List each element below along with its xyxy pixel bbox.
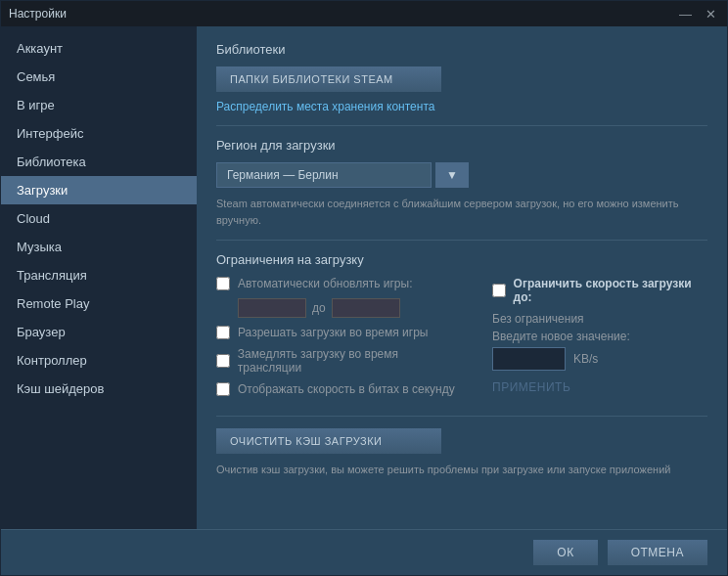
show-speed-bits-row: Отображать скорость в битах в секунду — [216, 382, 463, 396]
to-label: до — [312, 301, 326, 315]
apply-button[interactable]: ПРИМЕНИТЬ — [492, 380, 570, 394]
allow-while-playing-label: Разрешать загрузки во время игры — [238, 326, 428, 339]
kb-unit: KB/s — [573, 352, 598, 366]
sidebar-item-music[interactable]: Музыка — [1, 233, 197, 261]
no-limit-text: Без ограничения — [492, 312, 707, 326]
show-speed-bits-label: Отображать скорость в битах в секунду — [238, 382, 455, 396]
region-section: Регион для загрузки Германия — Берлин ▼ … — [216, 138, 707, 228]
window-title: Настройки — [9, 7, 67, 21]
distribute-storage-link[interactable]: Распределить места хранения контента — [216, 100, 434, 113]
sidebar-item-ingame[interactable]: В игре — [1, 91, 197, 119]
auto-update-label: Автоматически обновлять игры: — [238, 277, 412, 290]
left-col: Автоматически обновлять игры: до Разреша… — [216, 277, 463, 404]
limit-speed-checkbox[interactable] — [492, 284, 506, 297]
sidebar-item-remoteplay[interactable]: Remote Play — [1, 289, 197, 318]
cache-section: ОЧИСТИТЬ КЭШ ЗАГРУЗКИ Очистив кэш загруз… — [216, 428, 707, 478]
restrictions-columns: Автоматически обновлять игры: до Разреша… — [216, 277, 707, 404]
sidebar-item-family[interactable]: Семья — [1, 63, 197, 91]
close-button[interactable]: ✕ — [703, 7, 719, 22]
sidebar-item-shader-cache[interactable]: Кэш шейдеров — [1, 375, 197, 403]
sidebar: Аккаунт Семья В игре Интерфейс Библиотек… — [1, 26, 197, 529]
libraries-section: Библиотеки ПАПКИ БИБЛИОТЕКИ STEAM Распре… — [216, 42, 707, 113]
throttle-broadcast-checkbox[interactable] — [216, 354, 230, 368]
allow-while-playing-row: Разрешать загрузки во время игры — [216, 326, 463, 339]
region-select[interactable]: Германия — Берлин — [216, 162, 432, 188]
restrictions-section: Ограничения на загрузку Автоматически об… — [216, 252, 707, 404]
show-speed-bits-checkbox[interactable] — [216, 382, 230, 396]
sidebar-item-interface[interactable]: Интерфейс — [1, 119, 197, 148]
sidebar-item-browser[interactable]: Браузер — [1, 318, 197, 346]
settings-window: Настройки — ✕ Аккаунт Семья В игре Интер… — [0, 0, 728, 576]
time-from-input[interactable] — [238, 298, 306, 318]
titlebar: Настройки — ✕ — [1, 1, 727, 26]
divider-2 — [216, 240, 707, 241]
limit-speed-label: Ограничить скорость загрузки до: — [514, 277, 707, 304]
auto-update-checkbox[interactable] — [216, 277, 230, 290]
library-folders-button[interactable]: ПАПКИ БИБЛИОТЕКИ STEAM — [216, 66, 441, 92]
sidebar-item-library[interactable]: Библиотека — [1, 148, 197, 176]
ok-button[interactable]: ОК — [533, 540, 597, 565]
speed-value-input[interactable] — [492, 347, 566, 371]
sidebar-item-controller[interactable]: Контроллер — [1, 346, 197, 375]
speed-input-row: KB/s — [492, 347, 707, 371]
footer: ОК ОТМЕНА — [1, 529, 727, 575]
limit-speed-row: Ограничить скорость загрузки до: — [492, 277, 707, 304]
time-to-input[interactable] — [332, 298, 400, 318]
sidebar-item-cloud[interactable]: Cloud — [1, 204, 197, 233]
region-select-arrow[interactable]: ▼ — [435, 162, 469, 188]
region-row: Германия — Берлин ▼ — [216, 162, 707, 188]
restrictions-title: Ограничения на загрузку — [216, 252, 707, 267]
throttle-broadcast-row: Замедлять загрузку во время трансляции — [216, 347, 463, 375]
divider-1 — [216, 125, 707, 126]
clear-cache-button[interactable]: ОЧИСТИТЬ КЭШ ЗАГРУЗКИ — [216, 428, 441, 454]
allow-while-playing-checkbox[interactable] — [216, 326, 230, 339]
cache-info-text: Очистив кэш загрузки, вы можете решить п… — [216, 462, 707, 478]
main-content: Аккаунт Семья В игре Интерфейс Библиотек… — [1, 26, 727, 529]
sidebar-item-account[interactable]: Аккаунт — [1, 34, 197, 63]
auto-update-row: Автоматически обновлять игры: — [216, 277, 463, 290]
throttle-broadcast-label: Замедлять загрузку во время трансляции — [238, 347, 463, 375]
sidebar-item-broadcast[interactable]: Трансляция — [1, 261, 197, 289]
enter-value-label: Введите новое значение: — [492, 330, 707, 343]
region-info-text: Steam автоматически соединяется с ближай… — [216, 196, 707, 228]
cancel-button[interactable]: ОТМЕНА — [608, 540, 707, 565]
sidebar-item-downloads[interactable]: Загрузки — [1, 176, 197, 204]
schedule-row: до — [238, 298, 463, 318]
content-area: Библиотеки ПАПКИ БИБЛИОТЕКИ STEAM Распре… — [197, 26, 727, 529]
minimize-button[interactable]: — — [676, 7, 695, 22]
right-col: Ограничить скорость загрузки до: Без огр… — [492, 277, 707, 404]
divider-3 — [216, 416, 707, 417]
region-title: Регион для загрузки — [216, 138, 707, 153]
titlebar-controls: — ✕ — [676, 7, 719, 22]
libraries-title: Библиотеки — [216, 42, 707, 57]
